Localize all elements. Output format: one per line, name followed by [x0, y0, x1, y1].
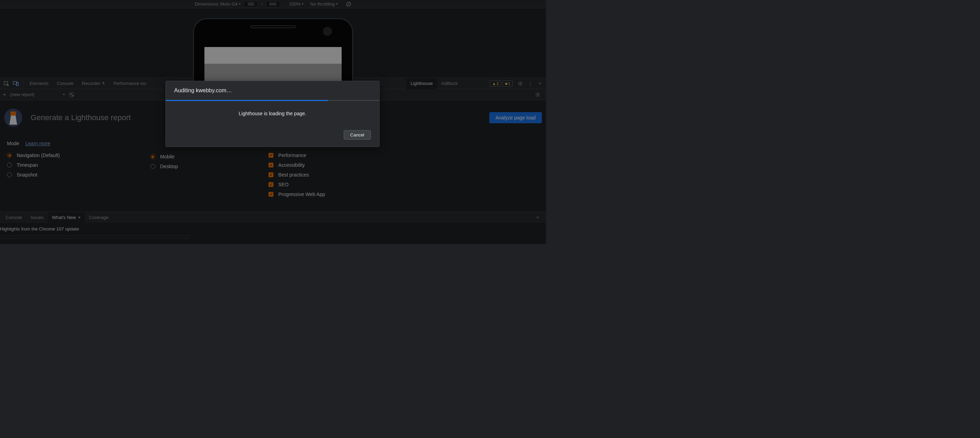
- modal-status: Lighthouse is loading the page.: [166, 101, 379, 126]
- cancel-button[interactable]: Cancel: [344, 130, 371, 140]
- progress-bar: [166, 100, 379, 101]
- audit-modal: Auditing kwebby.com… Lighthouse is loadi…: [165, 81, 380, 147]
- modal-title: Auditing kwebby.com…: [166, 81, 379, 100]
